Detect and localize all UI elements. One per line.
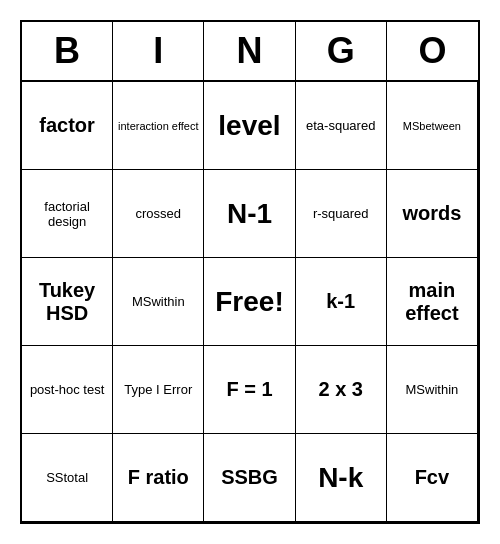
bingo-cell-0: factor — [22, 82, 113, 170]
bingo-cell-6: crossed — [113, 170, 204, 258]
cell-text-15: post-hoc test — [30, 382, 104, 397]
cell-text-3: eta-squared — [306, 118, 375, 133]
cell-text-21: F ratio — [128, 466, 189, 489]
cell-text-12: Free! — [215, 286, 283, 318]
cell-text-1: interaction effect — [118, 120, 199, 132]
bingo-cell-9: words — [387, 170, 478, 258]
cell-text-18: 2 x 3 — [318, 378, 362, 401]
bingo-cell-4: MSbetween — [387, 82, 478, 170]
bingo-cell-12: Free! — [204, 258, 295, 346]
cell-text-24: Fcv — [415, 466, 449, 489]
bingo-cell-21: F ratio — [113, 434, 204, 522]
header-letter-G: G — [296, 22, 387, 80]
bingo-cell-22: SSBG — [204, 434, 295, 522]
bingo-cell-7: N-1 — [204, 170, 295, 258]
bingo-cell-2: level — [204, 82, 295, 170]
bingo-cell-10: Tukey HSD — [22, 258, 113, 346]
bingo-cell-3: eta-squared — [296, 82, 387, 170]
cell-text-16: Type I Error — [124, 382, 192, 397]
cell-text-11: MSwithin — [132, 294, 185, 309]
cell-text-9: words — [402, 202, 461, 225]
bingo-cell-19: MSwithin — [387, 346, 478, 434]
cell-text-13: k-1 — [326, 290, 355, 313]
cell-text-7: N-1 — [227, 198, 272, 230]
bingo-cell-13: k-1 — [296, 258, 387, 346]
cell-text-19: MSwithin — [406, 382, 459, 397]
cell-text-14: main effect — [391, 279, 473, 325]
cell-text-8: r-squared — [313, 206, 369, 221]
bingo-cell-14: main effect — [387, 258, 478, 346]
bingo-card: BINGO factorinteraction effectleveleta-s… — [20, 20, 480, 524]
header-letter-O: O — [387, 22, 478, 80]
bingo-cell-15: post-hoc test — [22, 346, 113, 434]
cell-text-5: factorial design — [26, 199, 108, 229]
bingo-cell-20: SStotal — [22, 434, 113, 522]
bingo-cell-18: 2 x 3 — [296, 346, 387, 434]
bingo-cell-17: F = 1 — [204, 346, 295, 434]
header-letter-N: N — [204, 22, 295, 80]
cell-text-4: MSbetween — [403, 120, 461, 132]
cell-text-0: factor — [39, 114, 95, 137]
bingo-cell-1: interaction effect — [113, 82, 204, 170]
header-letter-B: B — [22, 22, 113, 80]
header-letter-I: I — [113, 22, 204, 80]
cell-text-23: N-k — [318, 462, 363, 494]
bingo-cell-23: N-k — [296, 434, 387, 522]
bingo-cell-5: factorial design — [22, 170, 113, 258]
bingo-cell-16: Type I Error — [113, 346, 204, 434]
bingo-grid: factorinteraction effectleveleta-squared… — [22, 82, 478, 522]
cell-text-17: F = 1 — [226, 378, 272, 401]
cell-text-20: SStotal — [46, 470, 88, 485]
bingo-cell-24: Fcv — [387, 434, 478, 522]
cell-text-22: SSBG — [221, 466, 278, 489]
cell-text-2: level — [218, 110, 280, 142]
bingo-header: BINGO — [22, 22, 478, 82]
bingo-cell-8: r-squared — [296, 170, 387, 258]
cell-text-6: crossed — [136, 206, 182, 221]
bingo-cell-11: MSwithin — [113, 258, 204, 346]
cell-text-10: Tukey HSD — [26, 279, 108, 325]
